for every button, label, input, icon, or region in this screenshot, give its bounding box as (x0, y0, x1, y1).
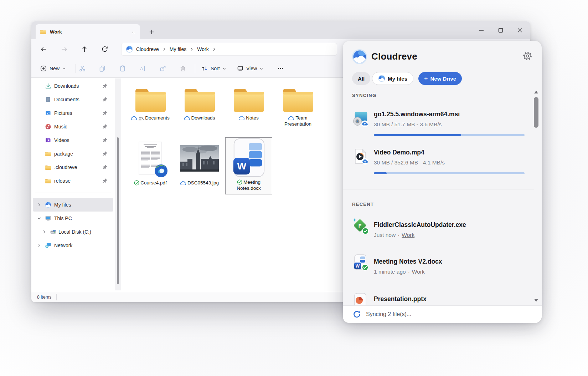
refresh-button[interactable] (98, 43, 111, 56)
sidebar-item-local-disk[interactable]: Local Disk (C:) (31, 225, 115, 239)
back-button[interactable] (37, 43, 50, 56)
new-drive-button[interactable]: + New Drive (418, 72, 462, 85)
folder-label: Downloads (176, 115, 223, 121)
tab-work[interactable]: Work (36, 24, 140, 39)
up-arrow-icon (81, 46, 88, 53)
share-button[interactable] (156, 62, 169, 75)
breadcrumb-item-my-files[interactable]: My files (170, 46, 186, 52)
scrollbar-thumb[interactable] (117, 137, 119, 284)
new-tab-button[interactable] (146, 26, 157, 37)
new-button[interactable]: New (37, 62, 69, 75)
recent-file-meta: Just now·Work (374, 232, 414, 238)
tab-bar: Work (31, 21, 530, 39)
recent-file-name: Presentation.pptx (374, 295, 427, 303)
chevron-right-icon[interactable] (42, 230, 46, 234)
synced-check-icon (134, 180, 139, 186)
pin-icon[interactable] (102, 164, 108, 170)
forward-button[interactable] (58, 43, 71, 56)
recent-file-meta: 1 minute ago·Work (374, 269, 425, 275)
sidebar-item-my-files[interactable]: My files (33, 198, 113, 212)
sidebar-item-package[interactable]: package (31, 147, 115, 161)
filter-chip-all[interactable]: All (352, 72, 370, 85)
file-tile-dsc05543-jpg[interactable]: DSC05543.jpg (176, 138, 223, 186)
recent-location-link[interactable]: Work (402, 232, 414, 238)
delete-button[interactable] (176, 62, 189, 75)
panel-title: Cloudreve (371, 51, 417, 62)
minimize-icon (478, 27, 485, 34)
view-icon (237, 65, 244, 72)
copy-button[interactable] (96, 62, 109, 75)
maximize-icon (497, 27, 504, 34)
progress-bar (374, 134, 525, 136)
folder-tile-downloads[interactable]: Downloads (176, 86, 223, 121)
sidebar-scrollbar[interactable] (115, 78, 121, 290)
back-arrow-icon (40, 46, 47, 53)
more-options-button[interactable] (274, 62, 287, 75)
recent-file-name: Meeting Notes V2.docx (374, 258, 442, 265)
chevron-right-icon[interactable] (190, 47, 194, 51)
sidebar-item-downloads[interactable]: Downloads (31, 79, 115, 93)
ellipsis-icon (277, 65, 284, 72)
file-tile-meeting-notes-docx[interactable]: W Meeting Notes.docx (226, 138, 272, 194)
sort-button-label: Sort (211, 66, 220, 71)
pin-icon[interactable] (102, 97, 108, 102)
chevron-right-icon[interactable] (37, 203, 41, 207)
rename-button[interactable]: A (136, 62, 149, 75)
tab-close-icon[interactable] (131, 30, 136, 34)
meta-separator: · (408, 269, 410, 275)
folder-icon (45, 151, 51, 157)
pin-icon[interactable] (102, 83, 108, 88)
syncing-progress-text: 30 MB / 352.6 MB - 4.1 MB/s (374, 159, 445, 166)
pin-icon[interactable] (102, 151, 108, 156)
progress-bar (374, 172, 525, 174)
chevron-right-icon[interactable] (37, 243, 41, 248)
sidebar-item-documents[interactable]: Documents (31, 93, 115, 106)
items-count: 8 items (37, 295, 51, 300)
scrollbar-thumb[interactable] (534, 97, 538, 128)
view-button[interactable]: View (234, 62, 267, 75)
minimize-button[interactable] (472, 23, 491, 37)
up-button[interactable] (78, 43, 91, 56)
cut-button[interactable] (76, 62, 89, 75)
folder-tile-team-presentation[interactable]: Team Presentation (275, 86, 321, 127)
file-tile-course4-pdf[interactable]: Course4.pdf (127, 138, 174, 186)
sort-icon (201, 65, 208, 72)
breadcrumb-item-work[interactable]: Work (197, 46, 208, 52)
sidebar-item-videos[interactable]: Videos (31, 133, 115, 147)
scroll-down-icon[interactable] (534, 299, 538, 302)
paste-button[interactable] (116, 62, 129, 75)
sidebar-item-music[interactable]: Music (31, 120, 115, 133)
pin-icon[interactable] (102, 178, 108, 183)
gear-icon[interactable] (522, 51, 532, 61)
sidebar-item-release[interactable]: release (31, 174, 115, 188)
cloudreve-logo-icon (352, 49, 367, 64)
pin-icon[interactable] (102, 137, 108, 143)
progress-fill (374, 134, 461, 136)
sidebar: Downloads Documents Pictures (31, 78, 115, 292)
pin-icon[interactable] (102, 124, 108, 129)
sidebar-item-this-pc[interactable]: This PC (31, 212, 115, 225)
pin-icon[interactable] (102, 110, 108, 116)
filter-chip-my-files[interactable]: My files (372, 72, 413, 85)
syncing-header: SYNCING (352, 93, 376, 98)
sidebar-item-pictures[interactable]: Pictures (31, 106, 115, 120)
folder-tile-notes[interactable]: Notes (226, 86, 272, 121)
sidebar-item-network[interactable]: Network (31, 239, 115, 252)
view-button-label: View (246, 66, 257, 71)
breadcrumb[interactable]: Cloudreve My files Work (121, 43, 337, 56)
sort-button[interactable]: Sort (198, 62, 229, 75)
breadcrumb-item-cloudreve[interactable]: Cloudreve (136, 46, 159, 52)
maximize-button[interactable] (491, 23, 510, 37)
new-plus-icon (40, 65, 47, 72)
sidebar-item-cloudreve-folder[interactable]: .cloudreve (31, 161, 115, 174)
chevron-right-icon[interactable] (162, 47, 166, 51)
scroll-up-icon[interactable] (534, 90, 538, 94)
word-file-icon: W (226, 138, 272, 178)
chevron-down-icon[interactable] (37, 216, 41, 220)
recent-location-link[interactable]: Work (412, 269, 425, 275)
recent-header: RECENT (352, 202, 374, 207)
close-button[interactable] (510, 23, 530, 37)
folder-tile-documents[interactable]: Documents (127, 86, 174, 121)
file-label: Meeting Notes.docx (226, 179, 272, 191)
chevron-right-icon[interactable] (212, 47, 216, 51)
